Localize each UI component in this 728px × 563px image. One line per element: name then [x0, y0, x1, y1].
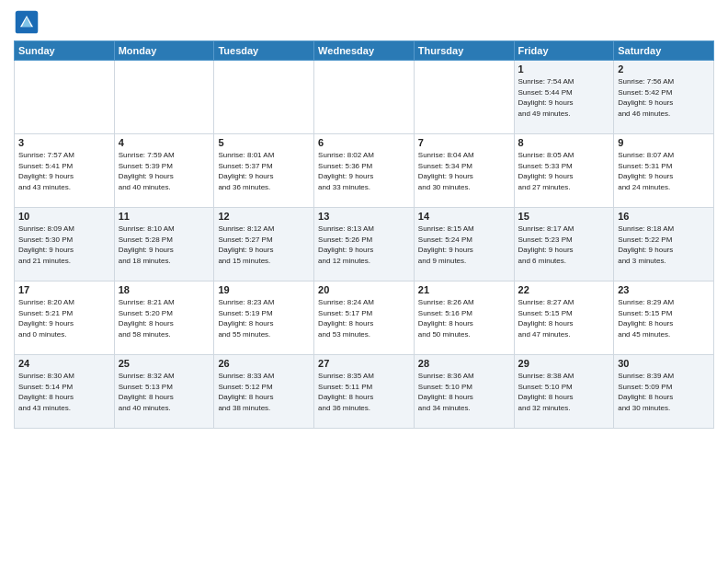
day-info: Sunrise: 8:30 AM Sunset: 5:14 PM Dayligh…	[18, 371, 110, 413]
day-number: 5	[218, 137, 310, 148]
day-number: 19	[218, 284, 310, 295]
calendar-cell: 12Sunrise: 8:12 AM Sunset: 5:27 PM Dayli…	[214, 208, 314, 282]
header-day-sunday: Sunday	[15, 41, 115, 61]
day-info: Sunrise: 8:35 AM Sunset: 5:11 PM Dayligh…	[318, 371, 410, 413]
header-day-monday: Monday	[114, 41, 214, 61]
calendar-cell: 26Sunrise: 8:33 AM Sunset: 5:12 PM Dayli…	[214, 355, 314, 429]
day-number: 21	[418, 284, 510, 295]
day-number: 24	[18, 358, 110, 369]
calendar-cell: 21Sunrise: 8:26 AM Sunset: 5:16 PM Dayli…	[414, 282, 514, 355]
day-number: 18	[119, 284, 210, 295]
day-info: Sunrise: 8:13 AM Sunset: 5:26 PM Dayligh…	[318, 224, 410, 266]
calendar-table: SundayMondayTuesdayWednesdayThursdayFrid…	[14, 40, 714, 429]
day-info: Sunrise: 8:09 AM Sunset: 5:30 PM Dayligh…	[18, 224, 110, 266]
header-day-tuesday: Tuesday	[214, 41, 314, 61]
day-info: Sunrise: 8:26 AM Sunset: 5:16 PM Dayligh…	[418, 297, 510, 339]
day-number: 20	[318, 284, 410, 295]
day-info: Sunrise: 7:59 AM Sunset: 5:39 PM Dayligh…	[119, 150, 210, 192]
day-info: Sunrise: 8:32 AM Sunset: 5:13 PM Dayligh…	[119, 371, 210, 413]
day-info: Sunrise: 8:23 AM Sunset: 5:19 PM Dayligh…	[218, 297, 310, 339]
calendar-cell: 20Sunrise: 8:24 AM Sunset: 5:17 PM Dayli…	[314, 282, 415, 355]
day-info: Sunrise: 7:56 AM Sunset: 5:42 PM Dayligh…	[618, 76, 710, 119]
day-number: 26	[218, 358, 310, 369]
calendar-cell: 6Sunrise: 8:02 AM Sunset: 5:36 PM Daylig…	[314, 134, 415, 208]
calendar-cell: 1Sunrise: 7:54 AM Sunset: 5:44 PM Daylig…	[514, 61, 614, 134]
day-info: Sunrise: 8:39 AM Sunset: 5:09 PM Dayligh…	[618, 371, 710, 413]
calendar-cell: 30Sunrise: 8:39 AM Sunset: 5:09 PM Dayli…	[614, 355, 714, 429]
calendar-cell	[15, 61, 115, 134]
calendar-cell: 10Sunrise: 8:09 AM Sunset: 5:30 PM Dayli…	[15, 208, 115, 282]
calendar-cell: 23Sunrise: 8:29 AM Sunset: 5:15 PM Dayli…	[614, 282, 714, 355]
header-day-friday: Friday	[514, 41, 614, 61]
calendar-cell: 16Sunrise: 8:18 AM Sunset: 5:22 PM Dayli…	[614, 208, 714, 282]
calendar-cell: 25Sunrise: 8:32 AM Sunset: 5:13 PM Dayli…	[114, 355, 214, 429]
calendar-cell: 19Sunrise: 8:23 AM Sunset: 5:19 PM Dayli…	[214, 282, 314, 355]
day-number: 27	[318, 358, 410, 369]
day-info: Sunrise: 8:05 AM Sunset: 5:33 PM Dayligh…	[518, 150, 610, 192]
day-info: Sunrise: 8:21 AM Sunset: 5:20 PM Dayligh…	[119, 297, 210, 339]
day-number: 14	[418, 211, 510, 222]
day-number: 12	[218, 211, 310, 222]
week-row-3: 10Sunrise: 8:09 AM Sunset: 5:30 PM Dayli…	[15, 208, 714, 282]
calendar-cell: 5Sunrise: 8:01 AM Sunset: 5:37 PM Daylig…	[214, 134, 314, 208]
day-info: Sunrise: 8:20 AM Sunset: 5:21 PM Dayligh…	[18, 297, 110, 339]
day-info: Sunrise: 7:54 AM Sunset: 5:44 PM Dayligh…	[518, 76, 610, 119]
calendar-cell: 17Sunrise: 8:20 AM Sunset: 5:21 PM Dayli…	[15, 282, 115, 355]
day-info: Sunrise: 8:24 AM Sunset: 5:17 PM Dayligh…	[318, 297, 410, 339]
day-number: 25	[119, 358, 210, 369]
day-info: Sunrise: 8:15 AM Sunset: 5:24 PM Dayligh…	[418, 224, 510, 266]
calendar-cell: 24Sunrise: 8:30 AM Sunset: 5:14 PM Dayli…	[15, 355, 115, 429]
logo	[14, 9, 41, 35]
calendar-cell: 9Sunrise: 8:07 AM Sunset: 5:31 PM Daylig…	[614, 134, 714, 208]
day-info: Sunrise: 8:38 AM Sunset: 5:10 PM Dayligh…	[518, 371, 610, 413]
day-number: 7	[418, 137, 510, 148]
week-row-5: 24Sunrise: 8:30 AM Sunset: 5:14 PM Dayli…	[15, 355, 714, 429]
day-info: Sunrise: 8:02 AM Sunset: 5:36 PM Dayligh…	[318, 150, 410, 192]
day-number: 30	[618, 358, 710, 369]
calendar-cell: 7Sunrise: 8:04 AM Sunset: 5:34 PM Daylig…	[414, 134, 514, 208]
day-number: 28	[418, 358, 510, 369]
header-day-thursday: Thursday	[414, 41, 514, 61]
day-number: 11	[119, 211, 210, 222]
day-info: Sunrise: 8:07 AM Sunset: 5:31 PM Dayligh…	[618, 150, 710, 192]
calendar-cell: 27Sunrise: 8:35 AM Sunset: 5:11 PM Dayli…	[314, 355, 415, 429]
calendar-cell: 22Sunrise: 8:27 AM Sunset: 5:15 PM Dayli…	[514, 282, 614, 355]
header-day-saturday: Saturday	[614, 41, 714, 61]
calendar-cell	[414, 61, 514, 134]
week-row-1: 1Sunrise: 7:54 AM Sunset: 5:44 PM Daylig…	[15, 61, 714, 134]
day-info: Sunrise: 8:17 AM Sunset: 5:23 PM Dayligh…	[518, 224, 610, 266]
day-number: 8	[518, 137, 610, 148]
day-info: Sunrise: 8:10 AM Sunset: 5:28 PM Dayligh…	[119, 224, 210, 266]
day-number: 16	[618, 211, 710, 222]
day-number: 1	[518, 63, 610, 75]
day-number: 13	[318, 211, 410, 222]
header-row: SundayMondayTuesdayWednesdayThursdayFrid…	[15, 41, 714, 61]
day-info: Sunrise: 8:04 AM Sunset: 5:34 PM Dayligh…	[418, 150, 510, 192]
calendar-cell: 3Sunrise: 7:57 AM Sunset: 5:41 PM Daylig…	[15, 134, 115, 208]
day-number: 29	[518, 358, 610, 369]
calendar-cell: 11Sunrise: 8:10 AM Sunset: 5:28 PM Dayli…	[114, 208, 214, 282]
day-info: Sunrise: 7:57 AM Sunset: 5:41 PM Dayligh…	[18, 150, 110, 192]
calendar-cell: 8Sunrise: 8:05 AM Sunset: 5:33 PM Daylig…	[514, 134, 614, 208]
day-info: Sunrise: 8:01 AM Sunset: 5:37 PM Dayligh…	[218, 150, 310, 192]
calendar-page: SundayMondayTuesdayWednesdayThursdayFrid…	[0, 0, 728, 563]
day-number: 6	[318, 137, 410, 148]
calendar-cell	[214, 61, 314, 134]
day-info: Sunrise: 8:29 AM Sunset: 5:15 PM Dayligh…	[618, 297, 710, 339]
calendar-cell	[114, 61, 214, 134]
day-number: 4	[119, 137, 210, 148]
calendar-cell: 14Sunrise: 8:15 AM Sunset: 5:24 PM Dayli…	[414, 208, 514, 282]
calendar-cell: 29Sunrise: 8:38 AM Sunset: 5:10 PM Dayli…	[514, 355, 614, 429]
week-row-2: 3Sunrise: 7:57 AM Sunset: 5:41 PM Daylig…	[15, 134, 714, 208]
week-row-4: 17Sunrise: 8:20 AM Sunset: 5:21 PM Dayli…	[15, 282, 714, 355]
day-number: 3	[18, 137, 110, 148]
calendar-cell: 13Sunrise: 8:13 AM Sunset: 5:26 PM Dayli…	[314, 208, 415, 282]
header	[14, 9, 714, 35]
day-number: 15	[518, 211, 610, 222]
day-number: 23	[618, 284, 710, 295]
day-number: 10	[18, 211, 110, 222]
calendar-cell: 15Sunrise: 8:17 AM Sunset: 5:23 PM Dayli…	[514, 208, 614, 282]
day-info: Sunrise: 8:27 AM Sunset: 5:15 PM Dayligh…	[518, 297, 610, 339]
day-info: Sunrise: 8:12 AM Sunset: 5:27 PM Dayligh…	[218, 224, 310, 266]
calendar-cell: 28Sunrise: 8:36 AM Sunset: 5:10 PM Dayli…	[414, 355, 514, 429]
